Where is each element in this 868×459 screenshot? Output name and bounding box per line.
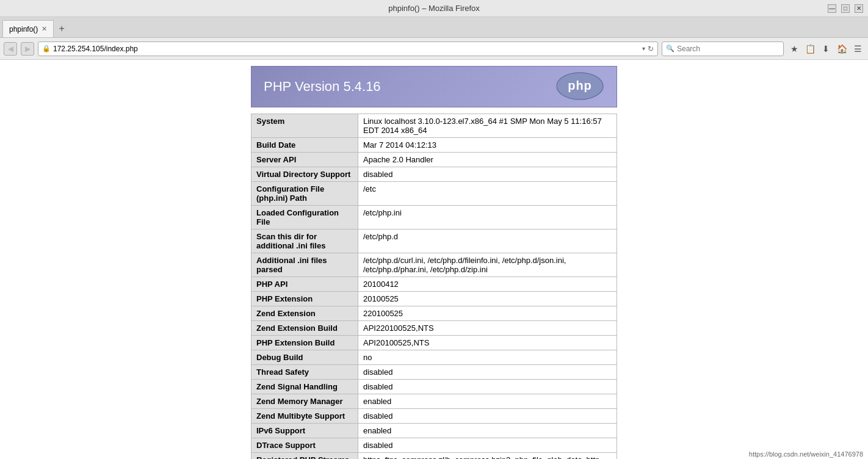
tab-close-button[interactable]: ✕ — [42, 25, 47, 33]
table-cell-value: enabled — [358, 394, 617, 409]
table-cell-key: Thread Safety — [251, 365, 358, 380]
table-cell-value: disabled — [358, 409, 617, 424]
table-row: Zend Extension220100525 — [251, 306, 617, 321]
table-cell-key: Server API — [251, 153, 358, 167]
table-cell-key: Scan this dir for additional .ini files — [251, 230, 358, 253]
table-row: SystemLinux localhost 3.10.0-123.el7.x86… — [251, 114, 617, 138]
table-cell-value: Apache 2.0 Handler — [358, 153, 617, 167]
table-cell-value: 20100525 — [358, 292, 617, 306]
table-row: Thread Safetydisabled — [251, 365, 617, 380]
table-cell-key: IPv6 Support — [251, 424, 358, 438]
table-cell-value: disabled — [358, 380, 617, 394]
table-row: PHP Extension BuildAPI20100525,NTS — [251, 336, 617, 350]
table-row: Registered PHP Streamshttps, ftps, compr… — [251, 453, 617, 460]
status-url: https://blog.csdn.net/weixin_41476978 — [749, 450, 863, 458]
window-title: phpinfo() – Mozilla Firefox — [5, 4, 863, 13]
browser-titlebar: phpinfo() – Mozilla Firefox — □ ✕ — [0, 0, 868, 17]
php-logo: php — [555, 71, 604, 103]
table-cell-value: Mar 7 2014 04:12:13 — [358, 138, 617, 153]
table-cell-key: DTrace Support — [251, 438, 358, 453]
table-cell-value: API20100525,NTS — [358, 336, 617, 350]
page-content: PHP Version 5.4.16 php SystemLinux local… — [0, 60, 868, 459]
svg-text:php: php — [568, 79, 592, 92]
table-cell-key: Virtual Directory Support — [251, 167, 358, 182]
table-cell-key: PHP API — [251, 277, 358, 292]
table-cell-value: disabled — [358, 167, 617, 182]
table-cell-value: /etc/php.ini — [358, 206, 617, 230]
table-cell-key: System — [251, 114, 358, 138]
minimize-button[interactable]: — — [828, 4, 836, 13]
address-bar[interactable]: 🔒 ▾ ↻ — [38, 42, 658, 56]
table-cell-key: Zend Extension Build — [251, 321, 358, 336]
table-row: Server APIApache 2.0 Handler — [251, 153, 617, 167]
table-cell-key: Configuration File (php.ini) Path — [251, 182, 358, 206]
content-wrapper: PHP Version 5.4.16 php SystemLinux local… — [251, 66, 617, 459]
table-cell-value: 220100525 — [358, 306, 617, 321]
table-cell-key: Registered PHP Streams — [251, 453, 358, 460]
table-cell-value: disabled — [358, 365, 617, 380]
search-input[interactable] — [677, 45, 779, 53]
table-cell-key: Loaded Configuration File — [251, 206, 358, 230]
forward-button[interactable]: ▶ — [21, 42, 34, 56]
table-cell-value: disabled — [358, 438, 617, 453]
table-row: Zend Extension BuildAPI220100525,NTS — [251, 321, 617, 336]
table-row: Build DateMar 7 2014 04:12:13 — [251, 138, 617, 153]
table-cell-value: API220100525,NTS — [358, 321, 617, 336]
tab-label: phpinfo() — [9, 25, 38, 34]
table-row: Zend Memory Managerenabled — [251, 394, 617, 409]
table-cell-key: PHP Extension — [251, 292, 358, 306]
table-row: Zend Signal Handlingdisabled — [251, 380, 617, 394]
search-icon: 🔍 — [666, 45, 675, 52]
tab-bar: phpinfo() ✕ + — [0, 17, 868, 38]
titlebar-controls[interactable]: — □ ✕ — [828, 4, 863, 13]
close-button[interactable]: ✕ — [855, 4, 863, 13]
table-row: Zend Multibyte Supportdisabled — [251, 409, 617, 424]
table-row: Virtual Directory Supportdisabled — [251, 167, 617, 182]
table-row: Loaded Configuration File/etc/php.ini — [251, 206, 617, 230]
table-row: Additional .ini files parsed/etc/php.d/c… — [251, 253, 617, 277]
table-cell-key: Zend Signal Handling — [251, 380, 358, 394]
back-button[interactable]: ◀ — [4, 42, 17, 56]
table-cell-value: enabled — [358, 424, 617, 438]
table-row: PHP API20100412 — [251, 277, 617, 292]
table-cell-key: PHP Extension Build — [251, 336, 358, 350]
maximize-button[interactable]: □ — [841, 4, 850, 13]
search-bar[interactable]: 🔍 — [662, 42, 784, 56]
bookmark-list-icon[interactable]: 📋 — [803, 42, 817, 56]
info-table: SystemLinux localhost 3.10.0-123.el7.x86… — [251, 114, 617, 459]
table-row: Debug Buildno — [251, 350, 617, 365]
home-icon[interactable]: 🏠 — [835, 42, 848, 56]
table-cell-key: Additional .ini files parsed — [251, 253, 358, 277]
table-cell-key: Build Date — [251, 138, 358, 153]
table-row: IPv6 Supportenabled — [251, 424, 617, 438]
table-cell-key: Zend Memory Manager — [251, 394, 358, 409]
table-cell-value: /etc/php.d — [358, 230, 617, 253]
url-input[interactable] — [53, 45, 640, 53]
table-cell-value: /etc/php.d/curl.ini, /etc/php.d/fileinfo… — [358, 253, 617, 277]
table-cell-value: Linux localhost 3.10.0-123.el7.x86_64 #1… — [358, 114, 617, 138]
security-icon: 🔒 — [42, 45, 51, 52]
table-cell-value: 20100412 — [358, 277, 617, 292]
nav-bar: ◀ ▶ 🔒 ▾ ↻ 🔍 ★ 📋 ⬇ 🏠 ☰ — [0, 38, 868, 60]
php-header-banner: PHP Version 5.4.16 php — [251, 66, 617, 107]
table-cell-value: /etc — [358, 182, 617, 206]
table-cell-value: https, ftps, compress.zlib, compress.bzi… — [358, 453, 617, 460]
table-cell-key: Zend Multibyte Support — [251, 409, 358, 424]
table-row: DTrace Supportdisabled — [251, 438, 617, 453]
status-bar: https://blog.csdn.net/weixin_41476978 — [744, 449, 868, 459]
table-cell-key: Zend Extension — [251, 306, 358, 321]
table-cell-key: Debug Build — [251, 350, 358, 365]
php-version-text: PHP Version 5.4.16 — [251, 67, 393, 107]
address-dropdown-icon[interactable]: ▾ — [642, 45, 645, 52]
new-tab-button[interactable]: + — [54, 20, 69, 37]
table-row: Scan this dir for additional .ini files/… — [251, 230, 617, 253]
table-row: Configuration File (php.ini) Path/etc — [251, 182, 617, 206]
tab-phpinfo[interactable]: phpinfo() ✕ — [2, 20, 54, 37]
table-row: PHP Extension20100525 — [251, 292, 617, 306]
table-cell-value: no — [358, 350, 617, 365]
download-icon[interactable]: ⬇ — [819, 42, 833, 56]
refresh-icon[interactable]: ↻ — [648, 45, 654, 53]
nav-icons: ★ 📋 ⬇ 🏠 ☰ — [787, 42, 864, 56]
menu-icon[interactable]: ☰ — [851, 42, 864, 56]
bookmarks-star-icon[interactable]: ★ — [787, 42, 801, 56]
